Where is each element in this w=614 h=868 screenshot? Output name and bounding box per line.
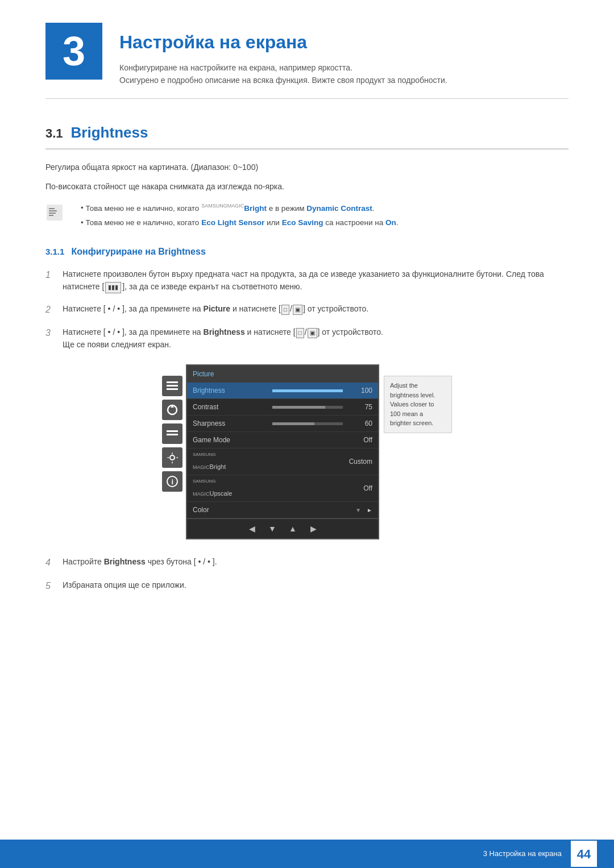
step-text-2: Натиснете [ • / • ], за да преминете на … <box>63 302 368 315</box>
monitor-wrapper: i Picture Brightness 100 <box>162 364 452 539</box>
monitor-container: i Picture Brightness 100 <box>45 364 569 539</box>
menu-title-bar: Picture <box>187 366 378 383</box>
step-2: 2 Натиснете [ • / • ], за да преминете н… <box>45 302 569 317</box>
chapter-desc2: Осигурено е подробно описание на всяка ф… <box>119 74 447 86</box>
step-text-5: Избраната опция ще се приложи. <box>63 579 186 591</box>
subsection-number: 3.1.1 <box>45 247 64 256</box>
cycle-icon <box>162 400 182 420</box>
monitor-bottom-bar: ◀ ▼ ▲ ▶ <box>187 518 378 538</box>
menu-item-brightness: Brightness 100 <box>187 383 378 399</box>
nav-left: ◀ <box>246 522 258 535</box>
monitor-screen: Picture Brightness 100 Contrast 75 <box>186 364 379 539</box>
chapter-title: Настройка на екрана <box>119 28 447 56</box>
footer: 3 Настройка на екрана 44 <box>0 840 614 868</box>
step-3: 3 Натиснете [ • / • ], за да преминете н… <box>45 326 569 351</box>
svg-rect-1 <box>49 208 55 209</box>
footer-page-number: 44 <box>571 841 597 867</box>
svg-rect-2 <box>49 210 57 211</box>
menu-item-contrast: Contrast 75 <box>187 399 378 416</box>
svg-rect-3 <box>49 213 56 214</box>
body-text2: По-високата стойност ще накара снимката … <box>45 180 569 193</box>
menu-item-magicbright: SAMSUNGMAGICBright Custom <box>187 448 378 475</box>
step-num-1: 1 <box>45 268 56 282</box>
tooltip-box: Adjust the brightness level. Values clos… <box>384 376 452 433</box>
menu-item-sharpness: Sharpness 60 <box>187 416 378 432</box>
chapter-desc1: Конфигуриране на настройките на екрана, … <box>119 61 447 74</box>
section-number: 3.1 <box>45 124 63 143</box>
svg-rect-7 <box>167 388 178 390</box>
svg-rect-6 <box>167 385 178 387</box>
note-icon <box>45 203 64 222</box>
subsection-title: Конфигуриране на Brightness <box>72 247 206 256</box>
menu-item-gamemode: Game Mode Off <box>187 432 378 448</box>
subsection-heading: 3.1.1 Конфигуриране на Brightness <box>45 245 569 259</box>
gear-icon <box>162 447 182 468</box>
section-title: Brightness <box>71 122 148 144</box>
note-lines: Това меню не е налично, когато SAMSUNGMA… <box>72 202 399 229</box>
menu-lines-icon <box>162 376 182 396</box>
step-num-4: 4 <box>45 555 56 570</box>
step-5: 5 Избраната опция ще се приложи. <box>45 579 569 593</box>
note-line2: Това меню не е налично, когато Eco Light… <box>81 217 399 229</box>
menu-item-magicupscale: SAMSUNGMAGICUpscale Off <box>187 475 378 502</box>
chapter-header: 3 Настройка на екрана Конфигуриране на н… <box>45 23 569 99</box>
step-text-1: Натиснете произволен бутон върху преднат… <box>63 268 569 293</box>
chapter-number: 3 <box>45 23 102 80</box>
page-wrapper: 3 Настройка на екрана Конфигуриране на н… <box>0 0 614 868</box>
nav-right: ▶ <box>307 522 320 535</box>
svg-rect-9 <box>167 430 178 432</box>
step-num-3: 3 <box>45 326 56 340</box>
step-num-2: 2 <box>45 302 56 317</box>
nav-down: ▼ <box>266 522 279 535</box>
note-line1: Това меню не е налично, когато SAMSUNGMA… <box>81 202 399 214</box>
step-4: 4 Настройте Brightness чрез бутона [ • /… <box>45 555 569 570</box>
body-text1: Регулира общата яркост на картината. (Ди… <box>45 161 569 173</box>
equals-icon <box>162 423 182 444</box>
note-block: Това меню не е налично, когато SAMSUNGMA… <box>45 202 569 229</box>
chapter-title-block: Настройка на екрана Конфигуриране на нас… <box>119 23 447 87</box>
svg-rect-5 <box>167 381 178 383</box>
menu-item-color: Color ▼ ► <box>187 502 378 518</box>
step-1: 1 Натиснете произволен бутон върху предн… <box>45 268 569 293</box>
nav-up: ▲ <box>287 522 299 535</box>
sharpness-bar <box>272 422 343 425</box>
svg-rect-10 <box>167 434 178 435</box>
info-icon: i <box>162 471 182 492</box>
brightness-bar <box>272 389 343 392</box>
monitor-left-icons: i <box>162 376 182 495</box>
footer-text: 3 Настройка на екрана <box>483 848 562 859</box>
step-num-5: 5 <box>45 579 56 593</box>
svg-rect-4 <box>49 215 53 216</box>
step-text-3: Натиснете [ • / • ], за да преминете на … <box>63 326 383 351</box>
svg-point-11 <box>170 455 175 460</box>
svg-text:i: i <box>172 477 174 486</box>
step-text-4: Настройте Brightness чрез бутона [ • / •… <box>63 555 217 568</box>
section-heading: 3.1 Brightness <box>45 122 569 149</box>
contrast-bar <box>272 406 343 409</box>
